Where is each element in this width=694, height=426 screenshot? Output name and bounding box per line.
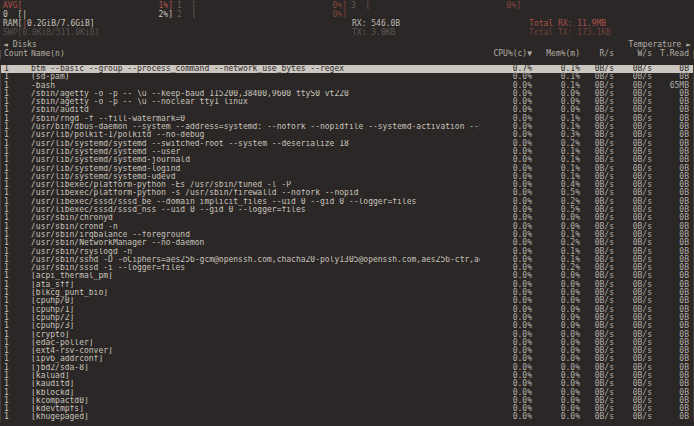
- table-row[interactable]: 1 /usr/libexec/sssd/sssd_nss --uid 0 --g…: [1, 206, 693, 214]
- table-row[interactable]: 1 [khugepaged] 0.0% 0.0% 0B/s 0B/s 0B: [1, 413, 693, 421]
- table-row[interactable]: 1 /usr/libexec/platform-python -s /usr/s…: [1, 189, 693, 197]
- table-row[interactable]: 1 [edac-poller] 0.0% 0.0% 0B/s 0B/s 0B: [1, 339, 693, 347]
- cell-name: [blkcg_punt_bio]: [31, 289, 480, 297]
- cell-name: /sbin/auditd: [31, 106, 480, 114]
- table-row[interactable]: 1 [ipv6_addrconf] 0.0% 0.0% 0B/s 0B/s 0B: [1, 355, 693, 363]
- cell-name: [kauditd]: [31, 380, 480, 388]
- table-row[interactable]: 1 /usr/lib/systemd/systemd-journald 0.0%…: [1, 156, 693, 164]
- table-row[interactable]: 1 /sbin/agetty -o -p -- \u --keep-baud 1…: [1, 90, 693, 98]
- table-row[interactable]: 1 [blkcg_punt_bio] 0.0% 0.0% 0B/s 0B/s 0…: [1, 289, 693, 297]
- table-row[interactable]: 1 [ata_sff] 0.0% 0.0% 0B/s 0B/s 0B: [1, 281, 693, 289]
- cell-name: [cpuhp/1]: [31, 306, 480, 314]
- column-header-count[interactable]: Count: [1, 50, 31, 59]
- cpu-gauge: 3 [0%]: [351, 2, 521, 11]
- cpu-gauge-value: 0%]: [507, 2, 521, 11]
- cpu-gauge-label: 2 [: [177, 11, 196, 20]
- table-row[interactable]: 1 /usr/lib/polkit-1/polkitd --no-debug 0…: [1, 131, 693, 139]
- cell-name: /usr/libexec/platform-python -s /usr/sbi…: [31, 189, 480, 197]
- cell-name: [jbd2/sda-8]: [31, 364, 480, 372]
- table-row[interactable]: 1 btm --basic --group --process_command …: [1, 65, 693, 73]
- column-header-cpu-sorted[interactable]: CPU%(c)▼: [480, 50, 532, 59]
- table-row[interactable]: 1 [acpi_thermal_pm] 0.0% 0.0% 0B/s 0B/s …: [1, 272, 693, 280]
- cell-total-read: 0B: [652, 413, 693, 421]
- cpu-gauge: 2 [0%]: [177, 11, 347, 20]
- network-tx: TX: 3.0KB: [352, 29, 395, 37]
- table-row[interactable]: 1 [crypto] 0.0% 0.0% 0B/s 0B/s 0B: [1, 331, 693, 339]
- cell-mem-percent: 0.0%: [532, 413, 580, 421]
- cell-name: /usr/libexec/platform-python -Es /usr/sb…: [31, 181, 480, 189]
- cell-name: /sbin/rngd -f --fill-watermark=0: [31, 115, 480, 123]
- cell-name: [acpi_thermal_pm]: [31, 272, 480, 280]
- process-list[interactable]: 1 btm --basic --group --process_command …: [0, 65, 694, 422]
- column-header-name[interactable]: Name(n): [31, 50, 480, 59]
- cell-name: [kdevtmpfs]: [31, 405, 480, 413]
- table-row[interactable]: 1 /usr/lib/systemd/systemd --user 0.0% 0…: [1, 148, 693, 156]
- table-row[interactable]: 1 [kblockd] 0.0% 0.0% 0B/s 0B/s 0B: [1, 389, 693, 397]
- cell-name: btm --basic --group --process_command --…: [31, 65, 480, 73]
- cpu-gauge: AVG[1%]: [3, 2, 173, 11]
- cell-name: [cpuhp/3]: [31, 322, 480, 330]
- table-row[interactable]: 1 [kaluad] 0.0% 0.0% 0B/s 0B/s 0B: [1, 372, 693, 380]
- cell-name: /usr/lib/systemd/systemd --switched-root…: [31, 140, 480, 148]
- cell-name: /usr/lib/systemd/systemd-journald: [31, 156, 480, 164]
- table-row[interactable]: 1 (sd-pam) 0.0% 0.1% 0B/s 0B/s 0B: [1, 73, 693, 81]
- table-row[interactable]: 1 /sbin/rngd -f --fill-watermark=0 0.0% …: [1, 115, 693, 123]
- table-row[interactable]: 1 /usr/bin/dbus-daemon --system --addres…: [1, 123, 693, 131]
- table-row[interactable]: 1 [kcompactd0] 0.0% 0.0% 0B/s 0B/s 0B: [1, 397, 693, 405]
- table-row[interactable]: 1 [cpuhp/3] 0.0% 0.0% 0B/s 0B/s 0B: [1, 322, 693, 330]
- cell-name: /usr/sbin/crond -n: [31, 223, 480, 231]
- table-row[interactable]: 1 [kdevtmpfs] 0.0% 0.0% 0B/s 0B/s 0B: [1, 405, 693, 413]
- table-row[interactable]: 1 /usr/lib/systemd/systemd --switched-ro…: [1, 140, 693, 148]
- table-row[interactable]: 1 /sbin/auditd 0.0% 0.0% 0B/s 0B/s 0B: [1, 106, 693, 114]
- memory-gauge-label: SWP[: [3, 29, 22, 38]
- table-row[interactable]: 1 -bash 0.0% 0.1% 0B/s 0B/s 65MB: [1, 82, 693, 90]
- table-row[interactable]: 1 [kauditd] 0.0% 0.0% 0B/s 0B/s 0B: [1, 380, 693, 388]
- table-row[interactable]: 1 /usr/sbin/sshd -D -oCiphers=aes256-gcm…: [1, 256, 693, 264]
- cell-name: /usr/libexec/sssd/sssd_nss --uid 0 --gid…: [31, 206, 480, 214]
- column-header-wps[interactable]: W/s: [614, 50, 652, 59]
- table-row[interactable]: 1 /usr/sbin/NetworkManager --no-daemon 0…: [1, 239, 693, 247]
- column-header-tread[interactable]: T.Read: [652, 50, 693, 59]
- table-row[interactable]: 1 /usr/lib/systemd/systemd-logind 0.0% 0…: [1, 165, 693, 173]
- table-row[interactable]: 1 [ext4-rsv-conver] 0.0% 0.0% 0B/s 0B/s …: [1, 347, 693, 355]
- cell-name: [crypto]: [31, 331, 480, 339]
- table-row[interactable]: 1 [jbd2/sda-8] 0.0% 0.0% 0B/s 0B/s 0B: [1, 364, 693, 372]
- table-row[interactable]: 1 /usr/sbin/sssd -i --logger=files 0.0% …: [1, 264, 693, 272]
- table-row[interactable]: 1 /usr/sbin/crond -n 0.0% 0.0% 0B/s 0B/s…: [1, 223, 693, 231]
- table-row[interactable]: 1 /usr/sbin/chronyd 0.0% 0.0% 0B/s 0B/s …: [1, 214, 693, 222]
- cell-write-per-s: 0B/s: [614, 413, 652, 421]
- table-row[interactable]: 1 [cpuhp/2] 0.0% 0.0% 0B/s 0B/s 0B: [1, 314, 693, 322]
- table-row[interactable]: 1 /usr/libexec/platform-python -Es /usr/…: [1, 181, 693, 189]
- cell-read-per-s: 0B/s: [580, 413, 614, 421]
- system-monitor-header: AVG[1%]1 [0%]3 [0%] 0 [|2%]2 [0%] RAM[|0…: [0, 0, 694, 38]
- network-total-tx: Total TX: 173.1KB: [529, 29, 611, 37]
- cell-name: [ext4-rsv-conver]: [31, 347, 480, 355]
- cell-name: (sd-pam): [31, 73, 480, 81]
- table-row[interactable]: 1 /usr/sbin/rsyslogd -n 0.0% 0.1% 0B/s 0…: [1, 248, 693, 256]
- cell-name: [ata_sff]: [31, 281, 480, 289]
- cell-name: /usr/sbin/NetworkManager --no-daemon: [31, 239, 480, 247]
- table-row[interactable]: 1 [cpuhp/1] 0.0% 0.0% 0B/s 0B/s 0B: [1, 306, 693, 314]
- cell-name: /usr/bin/dbus-daemon --system --address=…: [31, 123, 480, 131]
- cell-name: [khugepaged]: [31, 413, 480, 421]
- process-table-header: Count Name(n) CPU%(c)▼ Mem%(m) R/s W/s T…: [0, 50, 694, 59]
- cell-name: /usr/sbin/rsyslogd -n: [31, 248, 480, 256]
- cell-name: /usr/libexec/sssd/sssd_be --domain impli…: [31, 198, 480, 206]
- table-row[interactable]: 1 [cpuhp/0] 0.0% 0.0% 0B/s 0B/s 0B: [1, 297, 693, 305]
- cell-name: /usr/sbin/irqbalance --foreground: [31, 231, 480, 239]
- table-row[interactable]: 1 /usr/libexec/sssd/sssd_be --domain imp…: [1, 198, 693, 206]
- column-header-mem[interactable]: Mem%(m): [532, 50, 580, 59]
- cell-name: [ipv6_addrconf]: [31, 355, 480, 363]
- cell-cpu-percent: 0.0%: [480, 413, 532, 421]
- cell-name: /sbin/agetty -o -p -- \u --keep-baud 115…: [31, 90, 480, 98]
- table-row[interactable]: 1 /usr/sbin/irqbalance --foreground 0.0%…: [1, 231, 693, 239]
- cell-name: /usr/sbin/sssd -i --logger=files: [31, 264, 480, 272]
- table-row[interactable]: 1 /sbin/agetty -o -p -- \u --noclear tty…: [1, 98, 693, 106]
- cpu-gauge-value: 2%]: [159, 11, 173, 20]
- cell-name: /usr/lib/polkit-1/polkitd --no-debug: [31, 131, 480, 139]
- table-row[interactable]: 1 /usr/lib/systemd/systemd-udevd 0.0% 0.…: [1, 173, 693, 181]
- cell-name: [cpuhp/0]: [31, 297, 480, 305]
- cell-name: [edac-poller]: [31, 339, 480, 347]
- column-header-rps[interactable]: R/s: [580, 50, 614, 59]
- memory-line-swap: SWP[0.0KiB/511.0KiB] TX: 3.0KB Total TX:…: [0, 29, 694, 38]
